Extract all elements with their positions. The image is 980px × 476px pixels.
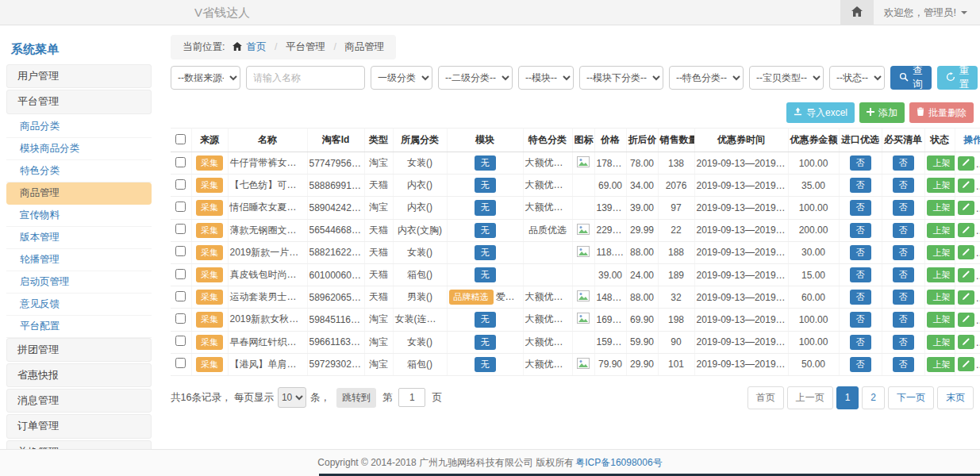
row-checkbox[interactable] <box>175 291 186 301</box>
edit-button[interactable] <box>958 313 974 327</box>
row-checkbox[interactable] <box>175 157 186 167</box>
footer: Copyright © 2014-2018 广州九驰网络科技有限公司 版权所有 … <box>0 449 980 476</box>
sidebar-item-sub[interactable]: 宣传物料 <box>6 205 152 227</box>
sidebar-item-sub[interactable]: 商品分类 <box>6 116 152 138</box>
filter-select[interactable]: --数据来源-- <box>171 66 240 90</box>
column-header: 图标 <box>572 129 594 152</box>
sidebar-item-group[interactable]: 拼团管理 <box>6 338 152 362</box>
sidebar-item-active[interactable]: 商品管理 <box>6 182 152 205</box>
shop-type: 淘宝 <box>364 331 393 353</box>
icon-cell <box>572 175 594 197</box>
select-all-checkbox[interactable] <box>175 134 186 144</box>
row-checkbox[interactable] <box>175 246 186 256</box>
status-badge: 上架 <box>927 335 955 350</box>
page-button[interactable]: 首页 <box>747 386 784 409</box>
query-button[interactable]: 查询 <box>890 66 932 90</box>
name-search-input[interactable] <box>246 66 365 90</box>
row-checkbox[interactable] <box>175 224 186 234</box>
sidebar-item-group[interactable]: 省惠快报 <box>6 363 152 387</box>
filter-select[interactable]: --模块-- <box>518 66 574 90</box>
module-cell: 无 <box>447 219 523 241</box>
page-button[interactable]: 下一页 <box>888 386 934 409</box>
per-page-select[interactable]: 10 <box>278 387 306 408</box>
sidebar-item-sub[interactable]: 轮播管理 <box>6 249 152 271</box>
edit-icon <box>962 179 970 191</box>
sidebar-item-sub[interactable]: 意见反馈 <box>6 294 152 316</box>
feature-category: 大额优惠券 <box>523 331 572 353</box>
filter-row: --数据来源--一级分类--二级分类----模块----模块下分类----特色分… <box>171 66 974 90</box>
module-cell: 无 <box>447 353 523 375</box>
status-badge: 上架 <box>927 312 955 327</box>
row-checkbox[interactable] <box>175 358 186 368</box>
page-button[interactable]: 1 <box>836 386 859 409</box>
sales-count: 198 <box>658 309 694 331</box>
sales-count: 101 <box>658 353 694 375</box>
edit-button[interactable] <box>958 156 974 171</box>
icp-link[interactable]: 粤ICP备16098006号 <box>575 456 662 470</box>
row-checkbox[interactable] <box>175 336 186 346</box>
edit-button[interactable] <box>958 290 974 305</box>
filter-select[interactable]: --模块下分类-- <box>579 66 663 90</box>
jump-button[interactable]: 跳转到 <box>336 388 376 408</box>
status-badge: 上架 <box>927 267 955 282</box>
column-header: 销售数量 <box>658 129 694 152</box>
page-button[interactable]: 上一页 <box>787 386 833 409</box>
pager: 首页上一页12下一页末页 <box>747 386 974 409</box>
edit-button[interactable] <box>958 268 974 282</box>
sidebar-item-group[interactable]: 消息管理 <box>6 389 152 413</box>
home-button[interactable] <box>840 0 874 25</box>
icon-cell <box>572 286 594 309</box>
import-excel-button[interactable]: 导入excel <box>786 102 855 123</box>
batch-delete-button[interactable]: 批量删除 <box>909 102 974 123</box>
row-checkbox[interactable] <box>175 313 186 324</box>
edit-button[interactable] <box>958 335 974 349</box>
edit-button[interactable] <box>958 245 974 259</box>
must-buy-badge: 否 <box>893 290 914 305</box>
add-button[interactable]: 添加 <box>859 102 905 123</box>
user-menu[interactable]: 欢迎您，管理员! <box>884 6 967 20</box>
edit-icon <box>962 336 970 348</box>
jump-page-input[interactable] <box>398 388 425 407</box>
source-badge: 采集 <box>196 357 223 372</box>
price: 148.00 <box>594 286 626 309</box>
filter-select[interactable]: 一级分类 <box>371 66 432 90</box>
edit-button[interactable] <box>958 223 974 237</box>
sidebar-item-sub[interactable]: 版本管理 <box>6 227 152 249</box>
row-checkbox[interactable] <box>175 269 186 279</box>
sidebar-item-group[interactable]: 平台管理 <box>6 90 152 113</box>
sidebar-item-group[interactable]: 订单管理 <box>6 414 152 438</box>
table-row: 采集2019新款一片式系...588216228899天猫女装()无118.00… <box>171 241 980 263</box>
filter-select[interactable]: --二级分类-- <box>438 66 513 90</box>
filter-select[interactable]: --状态-- <box>829 66 885 90</box>
coupon-amount: 15.00 <box>788 263 839 286</box>
plus-icon <box>867 107 874 118</box>
sidebar-item-sub[interactable]: 模块商品分类 <box>6 138 152 160</box>
table-row: 采集情侣睡衣女夏丝绸男士...589042420344淘宝内衣()无大额优惠券1… <box>171 197 980 219</box>
edit-button[interactable] <box>958 201 974 215</box>
sidebar-item-sub[interactable]: 平台配置 <box>6 316 152 338</box>
status-badge: 上架 <box>927 200 955 215</box>
column-header: 淘客Id <box>307 129 364 152</box>
page-button[interactable]: 2 <box>862 386 885 409</box>
sidebar-item-sub[interactable]: 特色分类 <box>6 160 152 182</box>
row-checkbox[interactable] <box>175 202 186 212</box>
breadcrumb-home-link[interactable]: 首页 <box>246 41 266 52</box>
source-badge: 采集 <box>196 267 223 282</box>
discount-price: 39.00 <box>626 197 658 219</box>
icon-cell <box>572 241 594 263</box>
source-badge: 采集 <box>196 335 223 350</box>
edit-button[interactable] <box>958 178 974 193</box>
imported-badge: 否 <box>850 245 871 260</box>
table-row: 采集运动套装男士卫衣初秋...589620659791天猫男装()品牌精选爱上运… <box>171 286 980 309</box>
sidebar-item-group[interactable]: 用户管理 <box>6 64 152 88</box>
filter-select[interactable]: --特色分类-- <box>669 66 744 90</box>
column-header: 名称 <box>228 129 307 152</box>
row-checkbox[interactable] <box>175 179 186 190</box>
sidebar-item-sub[interactable]: 启动页管理 <box>6 271 152 294</box>
reset-button[interactable]: 重置 <box>937 66 978 90</box>
page-button[interactable]: 末页 <box>937 386 974 409</box>
filter-select[interactable]: --宝贝类型-- <box>749 66 824 90</box>
column-header: 优惠券金额 <box>788 129 839 152</box>
edit-button[interactable] <box>958 357 974 371</box>
must-buy-badge: 否 <box>893 267 914 282</box>
